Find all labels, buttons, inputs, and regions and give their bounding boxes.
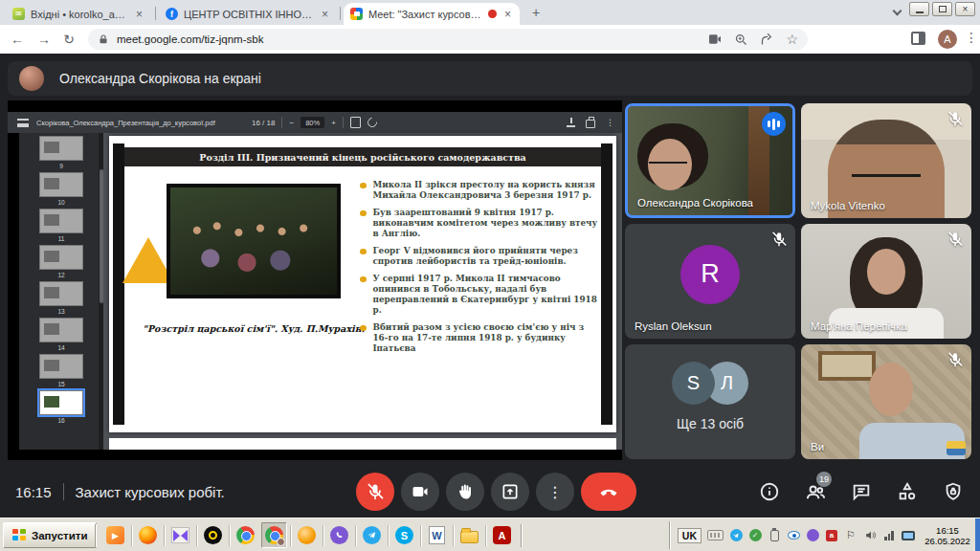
folder-icon[interactable] bbox=[457, 522, 482, 548]
start-button[interactable]: Запустити bbox=[3, 522, 97, 548]
tray-eye-icon[interactable] bbox=[787, 529, 800, 542]
tab-close-icon[interactable]: × bbox=[320, 8, 330, 21]
tab-close-icon[interactable]: × bbox=[134, 8, 145, 21]
slide-right-bar bbox=[601, 143, 612, 425]
forward-button[interactable]: → bbox=[34, 30, 54, 49]
overflow-avatar-s: S bbox=[672, 362, 715, 405]
tray-clock[interactable]: 16:15 26.05.2022 bbox=[921, 525, 974, 546]
mic-mute-button[interactable] bbox=[356, 473, 394, 511]
participants-button[interactable]: 19 bbox=[804, 480, 827, 503]
participant-tile-you[interactable]: Ви bbox=[801, 344, 971, 459]
tab-facebook[interactable]: f ЦЕНТР ОСВІТНІХ ІННОВАЦІЙ | F × bbox=[159, 3, 337, 25]
host-controls-button[interactable] bbox=[942, 480, 965, 503]
chat-button[interactable] bbox=[850, 480, 873, 503]
activities-button[interactable] bbox=[896, 480, 919, 503]
meet-favicon bbox=[350, 8, 363, 20]
taskbar-separator bbox=[453, 525, 454, 546]
present-screen-button[interactable] bbox=[491, 473, 529, 511]
thumbnail-number: 16 bbox=[19, 417, 103, 424]
reload-button[interactable]: ↻ bbox=[59, 30, 78, 49]
window-maximize-button[interactable] bbox=[932, 2, 952, 16]
divider bbox=[63, 483, 64, 500]
tray-viber-icon[interactable] bbox=[806, 529, 819, 542]
bullet-text: Микола ІІ зрікся престолу на користь кня… bbox=[373, 180, 602, 201]
thumbnail-page bbox=[39, 354, 83, 379]
acrobat-reader-icon[interactable]: A bbox=[489, 522, 515, 548]
window-close-button[interactable]: × bbox=[955, 2, 975, 16]
tray-clipboard-icon[interactable] bbox=[768, 529, 781, 542]
participant-tile-vitenko[interactable]: Mykola Vitenko bbox=[801, 103, 971, 218]
bullet-text: Георг V відмовився його прийняти через с… bbox=[373, 246, 602, 267]
browser-profile-avatar[interactable]: A bbox=[938, 30, 957, 49]
viber-icon[interactable] bbox=[326, 522, 352, 548]
zoom-in-icon: + bbox=[331, 119, 336, 127]
camera-in-use-icon[interactable] bbox=[707, 32, 723, 47]
tab-mail[interactable]: ✉ Вхідні • korolko_andr@ukr.net × bbox=[6, 3, 151, 25]
more-options-button[interactable]: ⋮ bbox=[536, 473, 574, 511]
back-button[interactable]: ← bbox=[8, 30, 27, 49]
tray-volume-icon[interactable] bbox=[863, 529, 877, 542]
tray-antivirus-icon[interactable]: ✓ bbox=[748, 529, 762, 542]
show-desktop-strip[interactable] bbox=[975, 518, 980, 551]
participant-tile-skorikova[interactable]: Олександра Скорікова bbox=[625, 103, 795, 218]
bookmark-star-icon[interactable]: ☆ bbox=[786, 32, 798, 47]
potplayer-icon[interactable] bbox=[167, 522, 193, 548]
pdf-page-controls: 16 / 18 − 80% + bbox=[252, 112, 377, 133]
pdf-toolbar: Скорікова_Олександра_Презентація_до_курс… bbox=[8, 112, 622, 133]
chrome-icon[interactable] bbox=[233, 522, 258, 548]
mic-muted-icon bbox=[947, 231, 964, 248]
keyboard-layout-icon[interactable] bbox=[707, 530, 724, 540]
camera-button[interactable] bbox=[401, 473, 439, 511]
taskbar-separator bbox=[521, 524, 523, 547]
chevron-down-icon[interactable] bbox=[893, 7, 902, 16]
tray-telegram-icon[interactable] bbox=[729, 529, 743, 542]
language-indicator[interactable]: UK bbox=[678, 528, 702, 543]
participant-tile-perepichka[interactable]: Мар'яна Перепічка bbox=[801, 224, 971, 339]
slide-title-band: Розділ ІІІ. Призначений кінець російсько… bbox=[124, 147, 601, 166]
address-bar[interactable]: meet.google.com/tiz-jqnm-sbk ☆ bbox=[88, 29, 808, 50]
meeting-details-button[interactable] bbox=[758, 480, 781, 503]
tab-meet-active[interactable]: Meet: "Захист курсових роб × bbox=[344, 3, 520, 25]
participants-count-badge: 19 bbox=[816, 472, 832, 487]
shared-screen-video[interactable]: Скорікова_Олександра_Презентація_до_курс… bbox=[8, 100, 622, 460]
share-icon[interactable] bbox=[760, 33, 774, 47]
thumbnail-item: 14 bbox=[19, 318, 103, 351]
side-panel-icon[interactable] bbox=[911, 32, 925, 45]
browser-menu-icon[interactable]: ⋮ bbox=[965, 30, 978, 45]
screen: ✉ Вхідні • korolko_andr@ukr.net × f ЦЕНТ… bbox=[0, 0, 980, 551]
audio-level-indicator bbox=[762, 112, 786, 136]
slide-bullet-list: Микола ІІ зрікся престолу на користь кня… bbox=[360, 180, 601, 361]
firefox-icon[interactable] bbox=[135, 522, 161, 548]
zoom-level: 80% bbox=[301, 117, 324, 128]
url-text[interactable]: meet.google.com/tiz-jqnm-sbk bbox=[117, 33, 700, 45]
telegram-icon[interactable] bbox=[359, 522, 385, 548]
chrome-active-window-icon[interactable] bbox=[261, 522, 287, 548]
thumbnail-item: 12 bbox=[19, 245, 103, 278]
window-minimize-button[interactable] bbox=[909, 2, 929, 16]
tray-display-icon[interactable] bbox=[902, 529, 915, 542]
tab-title: ЦЕНТР ОСВІТНІХ ІННОВАЦІЙ | F bbox=[184, 9, 314, 20]
word-document-icon[interactable]: W bbox=[424, 522, 450, 548]
zoom-icon[interactable] bbox=[734, 33, 748, 47]
tab-title: Вхідні • korolko_andr@ukr.net bbox=[31, 9, 128, 20]
tray-red-app-icon[interactable]: a bbox=[825, 529, 838, 542]
participant-tile-oleksun[interactable]: R Ryslan Oleksun bbox=[625, 224, 795, 339]
skype-icon[interactable]: S bbox=[391, 522, 417, 548]
bullet-text: Вбитий разом з усією своєю сім'єю у ніч … bbox=[373, 322, 602, 354]
browser-profile-icon[interactable] bbox=[294, 522, 320, 548]
tray-time: 16:15 bbox=[921, 525, 974, 536]
padlock-icon[interactable] bbox=[98, 33, 109, 45]
kmplayer-icon[interactable]: ▶ bbox=[102, 522, 128, 548]
download-icon bbox=[567, 118, 575, 127]
raise-hand-button[interactable] bbox=[446, 473, 484, 511]
new-tab-button[interactable]: + bbox=[527, 4, 545, 21]
tab-close-icon[interactable]: × bbox=[502, 8, 513, 21]
tray-flag-icon[interactable]: ⚐ bbox=[844, 529, 858, 542]
participant-tile-overflow[interactable]: S Л Ще 13 осіб bbox=[625, 344, 795, 459]
browser-toolbar: ← → ↻ meet.google.com/tiz-jqnm-sbk ☆ A ⋮ bbox=[0, 25, 980, 54]
aimp-icon[interactable] bbox=[200, 522, 226, 548]
divider bbox=[281, 117, 282, 128]
tray-network-icon[interactable] bbox=[882, 529, 896, 542]
taskbar-separator bbox=[290, 525, 291, 546]
end-call-button[interactable] bbox=[581, 473, 636, 511]
